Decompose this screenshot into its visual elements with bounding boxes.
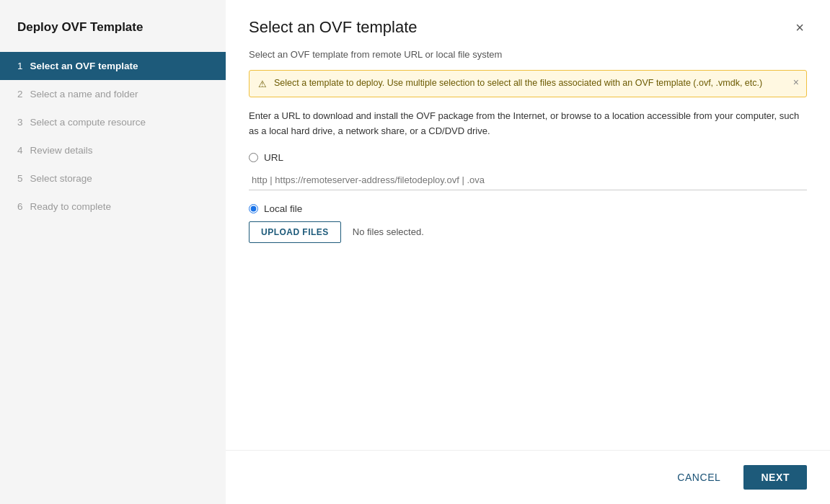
url-input[interactable] xyxy=(249,170,807,190)
sidebar-steps: 1Select an OVF template2Select a name an… xyxy=(0,52,226,221)
content-footer: CANCEL NEXT xyxy=(226,450,830,504)
sidebar-step-5[interactable]: 5Select storage xyxy=(0,164,226,193)
sidebar-title: Deploy OVF Template xyxy=(0,0,226,52)
sidebar-step-6[interactable]: 6Ready to complete xyxy=(0,193,226,221)
sidebar-step-3[interactable]: 3Select a compute resource xyxy=(0,108,226,136)
warning-icon: ⚠ xyxy=(258,79,267,89)
sidebar-step-1: 1Select an OVF template xyxy=(0,52,226,80)
local-file-label: Local file xyxy=(264,203,302,214)
content-panel: Select an OVF template × Select an OVF t… xyxy=(226,0,830,504)
url-radio[interactable] xyxy=(249,153,258,162)
alert-banner: ⚠ Select a template to deploy. Use multi… xyxy=(249,70,807,97)
step-label: Select a name and folder xyxy=(30,89,138,100)
cancel-button[interactable]: CANCEL xyxy=(663,465,735,490)
local-file-option[interactable]: Local file xyxy=(249,203,807,214)
modal-container: Deploy OVF Template 1Select an OVF templ… xyxy=(0,0,830,504)
close-dialog-button[interactable]: × xyxy=(793,17,807,37)
step-num: 5 xyxy=(17,173,23,184)
step-num: 1 xyxy=(17,61,23,71)
step-num: 4 xyxy=(17,145,23,156)
step-label: Ready to complete xyxy=(30,201,112,212)
upload-row: UPLOAD FILES No files selected. xyxy=(249,221,807,243)
step-num: 3 xyxy=(17,117,23,128)
local-file-radio[interactable] xyxy=(249,204,258,213)
alert-text: Select a template to deploy. Use multipl… xyxy=(274,78,762,88)
content-header: Select an OVF template × xyxy=(226,0,830,37)
dialog-title: Select an OVF template xyxy=(249,18,418,37)
url-label: URL xyxy=(264,152,283,163)
no-files-label: No files selected. xyxy=(353,226,424,237)
url-option[interactable]: URL xyxy=(249,152,807,163)
url-input-container xyxy=(249,170,807,190)
step-num: 6 xyxy=(17,201,23,212)
radio-group: URL Local file UPLOAD FILES No files sel… xyxy=(249,152,807,243)
step-label: Review details xyxy=(30,145,93,156)
sidebar-step-2[interactable]: 2Select a name and folder xyxy=(0,80,226,108)
sidebar: Deploy OVF Template 1Select an OVF templ… xyxy=(0,0,226,504)
step-label: Select a compute resource xyxy=(30,117,146,128)
step-label: Select storage xyxy=(30,173,92,184)
content-body: Select an OVF template from remote URL o… xyxy=(226,37,830,450)
sidebar-step-4[interactable]: 4Review details xyxy=(0,136,226,164)
dialog-subtitle: Select an OVF template from remote URL o… xyxy=(249,49,807,60)
description-text: Enter a URL to download and install the … xyxy=(249,109,807,139)
upload-files-button[interactable]: UPLOAD FILES xyxy=(249,221,341,243)
step-label: Select an OVF template xyxy=(30,61,138,71)
next-button[interactable]: NEXT xyxy=(743,465,807,490)
alert-close-button[interactable]: × xyxy=(793,76,799,88)
step-num: 2 xyxy=(17,89,23,100)
